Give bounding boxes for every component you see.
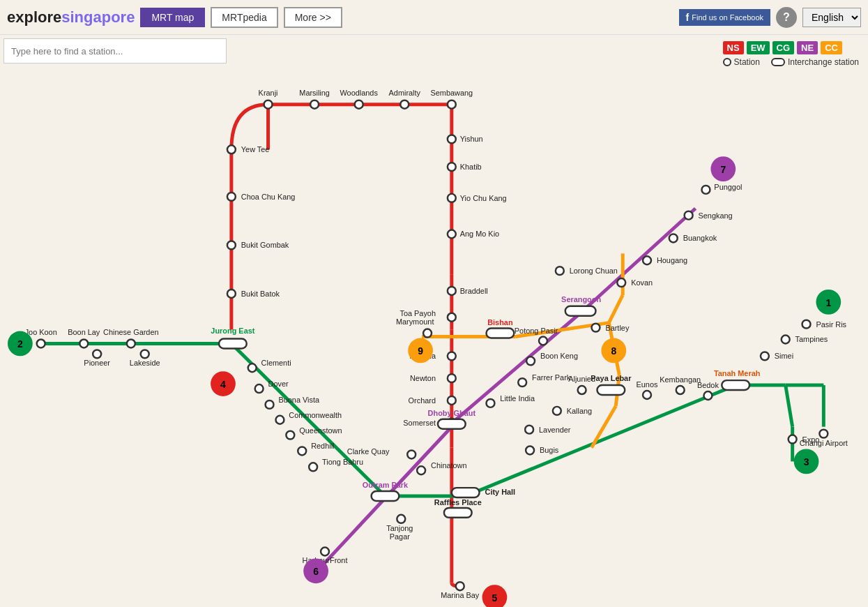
svg-text:Pasir Ris: Pasir Ris <box>816 320 846 329</box>
station-commonwealth[interactable] <box>275 416 284 424</box>
svg-text:Pioneer: Pioneer <box>84 359 110 367</box>
svg-text:Sengkang: Sengkang <box>699 211 733 220</box>
station-novena[interactable] <box>448 352 456 360</box>
station-orchard[interactable] <box>448 396 456 405</box>
svg-text:Jurong East: Jurong East <box>211 327 254 335</box>
svg-text:Punggol: Punggol <box>714 183 742 191</box>
svg-text:Farrer Park: Farrer Park <box>532 373 571 382</box>
station-toa-payoh[interactable] <box>448 313 456 322</box>
station-dhoby-ghaut[interactable] <box>438 419 466 429</box>
station-pioneer[interactable] <box>93 350 101 358</box>
station-lakeside[interactable] <box>141 350 149 358</box>
station-bukit-gombak[interactable] <box>227 241 236 249</box>
station-choa-chu-kang[interactable] <box>227 193 236 201</box>
station-queenstown[interactable] <box>286 431 294 440</box>
station-changi-airport[interactable] <box>819 430 828 438</box>
station-outram-park[interactable] <box>372 491 399 501</box>
station-potong-pasir[interactable] <box>539 337 547 345</box>
station-yew-tee[interactable] <box>227 145 236 153</box>
station-tanah-merah[interactable] <box>722 380 749 390</box>
mrt-map-button[interactable]: MRT map <box>140 8 205 27</box>
station-expo[interactable] <box>789 435 797 444</box>
station-dover[interactable] <box>255 384 264 393</box>
svg-text:Dhoby Ghaut: Dhoby Ghaut <box>428 409 476 417</box>
station-sengkang[interactable] <box>685 211 693 220</box>
svg-text:Kranji: Kranji <box>259 89 278 97</box>
station-buangkok[interactable] <box>669 234 678 242</box>
language-select[interactable]: English 中文 Melayu தமிழ் <box>802 8 861 27</box>
facebook-button[interactable]: f Find us on Facebook <box>679 9 770 26</box>
legend-types: Station Interchange station <box>723 57 859 67</box>
station-simei[interactable] <box>761 352 769 360</box>
svg-text:Khatib: Khatib <box>460 163 482 171</box>
station-bugis[interactable] <box>526 447 534 455</box>
help-button[interactable]: ? <box>776 7 797 28</box>
station-paya-lebar[interactable] <box>597 385 625 395</box>
search-input[interactable] <box>3 38 227 63</box>
station-bartley[interactable] <box>592 324 600 332</box>
station-little-india[interactable] <box>487 399 495 407</box>
station-pasir-ris[interactable] <box>802 320 811 329</box>
station-marymount[interactable] <box>423 329 432 338</box>
svg-text:Hougang: Hougang <box>657 256 687 264</box>
station-aljunied[interactable] <box>578 386 586 394</box>
station-buona-vista[interactable] <box>266 400 274 409</box>
station-city-hall[interactable] <box>452 488 480 497</box>
station-chinese-garden[interactable] <box>127 340 135 348</box>
station-tiong-bahru[interactable] <box>309 463 317 471</box>
station-raffles-place[interactable] <box>444 508 472 518</box>
station-redhill[interactable] <box>298 447 306 456</box>
station-harbourfront[interactable] <box>321 548 329 556</box>
station-boon-keng[interactable] <box>526 357 535 365</box>
station-bedok[interactable] <box>703 391 712 400</box>
svg-text:Dover: Dover <box>268 380 289 388</box>
station-sembawang[interactable] <box>448 100 456 109</box>
station-ang-mo-kio[interactable] <box>448 230 456 239</box>
svg-text:2: 2 <box>17 338 23 350</box>
station-marsiling[interactable] <box>310 100 319 109</box>
svg-text:Changi Airport: Changi Airport <box>800 439 848 447</box>
svg-text:Little India: Little India <box>500 394 535 403</box>
station-kallang[interactable] <box>553 407 561 415</box>
site-logo: exploresingapore <box>7 8 135 27</box>
station-lavender[interactable] <box>525 426 533 434</box>
svg-text:Bartley: Bartley <box>605 324 629 332</box>
station-chinatown[interactable] <box>417 466 425 474</box>
station-farrer-park[interactable] <box>518 378 526 387</box>
station-clarke-quay[interactable] <box>407 450 416 458</box>
more-button[interactable]: More >> <box>284 7 342 28</box>
station-boon-lay[interactable] <box>79 340 88 348</box>
svg-text:Tampines: Tampines <box>795 335 828 343</box>
station-yishun[interactable] <box>448 135 456 143</box>
station-lorong-chuan[interactable] <box>556 267 564 275</box>
station-kovan[interactable] <box>617 278 625 287</box>
station-jurong-east[interactable] <box>219 339 247 349</box>
svg-text:Kallang: Kallang <box>567 407 592 415</box>
station-khatib[interactable] <box>448 163 456 171</box>
station-marina-bay[interactable] <box>456 582 464 590</box>
station-bishan[interactable] <box>487 329 515 338</box>
station-hougang[interactable] <box>643 256 651 264</box>
station-kembangan[interactable] <box>676 386 685 394</box>
station-yio-chu-kang[interactable] <box>448 194 456 202</box>
svg-text:Marsiling: Marsiling <box>299 89 330 97</box>
station-newton[interactable] <box>448 374 456 382</box>
svg-text:5: 5 <box>492 592 498 604</box>
svg-text:Boon Keng: Boon Keng <box>540 352 578 360</box>
mrtpedia-button[interactable]: MRTpedia <box>211 7 277 28</box>
station-admiralty[interactable] <box>400 100 409 109</box>
station-braddell[interactable] <box>448 287 456 295</box>
station-punggol[interactable] <box>701 186 710 194</box>
svg-text:Orchard: Orchard <box>409 396 436 405</box>
svg-text:Joo Koon: Joo Koon <box>25 328 57 336</box>
station-clementi[interactable] <box>248 364 257 372</box>
station-woodlands[interactable] <box>355 100 363 109</box>
station-serangoon[interactable] <box>565 306 596 316</box>
station-kranji[interactable] <box>264 100 273 109</box>
svg-text:Redhill: Redhill <box>311 442 334 450</box>
station-tampines[interactable] <box>782 336 790 344</box>
station-joo-koon[interactable] <box>37 340 45 348</box>
station-tanjong-pagar[interactable] <box>397 515 405 523</box>
station-bukit-batok[interactable] <box>227 290 236 298</box>
station-eunos[interactable] <box>643 391 651 399</box>
